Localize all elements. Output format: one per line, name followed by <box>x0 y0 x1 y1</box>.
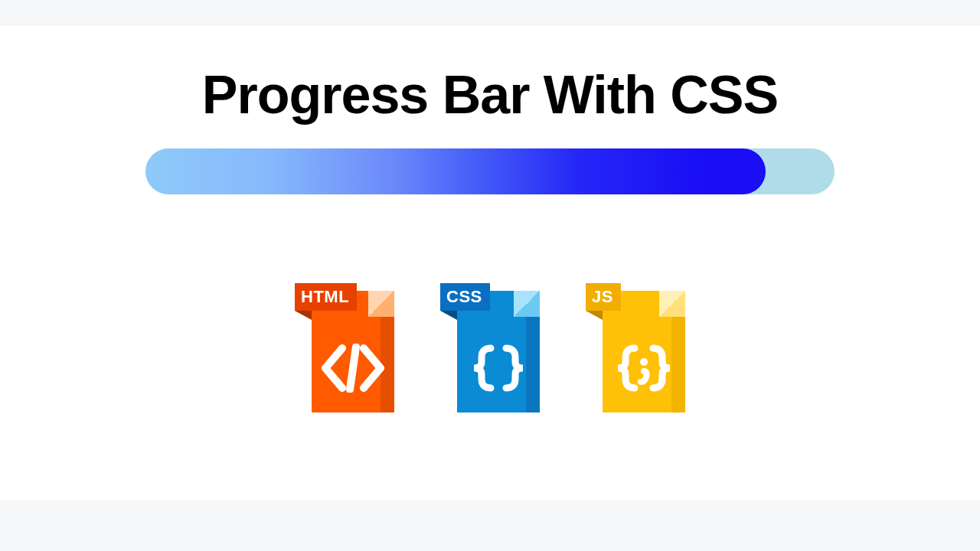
code-brackets-icon <box>312 334 394 403</box>
curly-braces-icon <box>457 334 540 403</box>
file-icons-row: HTML CSS <box>0 279 980 412</box>
tag-shadow <box>440 311 457 320</box>
page-title: Progress Bar With CSS <box>0 26 980 126</box>
page-fold-icon <box>514 291 540 317</box>
page-fold-icon <box>368 291 394 317</box>
svg-point-0 <box>640 358 648 366</box>
tag-text: HTML <box>301 287 349 307</box>
curly-braces-semicolon-icon <box>603 334 685 403</box>
css-file-icon: CSS <box>440 279 540 412</box>
progress-bar-fill <box>145 148 766 194</box>
html-tag-label: HTML <box>295 283 357 311</box>
js-tag-label: JS <box>586 283 621 311</box>
html-file-icon: HTML <box>295 279 394 412</box>
page-fold-icon <box>659 291 685 317</box>
progress-bar-track <box>145 148 835 194</box>
css-tag-label: CSS <box>440 283 490 311</box>
content-card: Progress Bar With CSS HTML <box>0 26 980 500</box>
tag-text: CSS <box>446 287 482 307</box>
tag-shadow <box>295 311 312 320</box>
js-file-icon: JS <box>586 279 685 412</box>
tag-text: JS <box>592 287 613 307</box>
tag-shadow <box>586 311 603 320</box>
